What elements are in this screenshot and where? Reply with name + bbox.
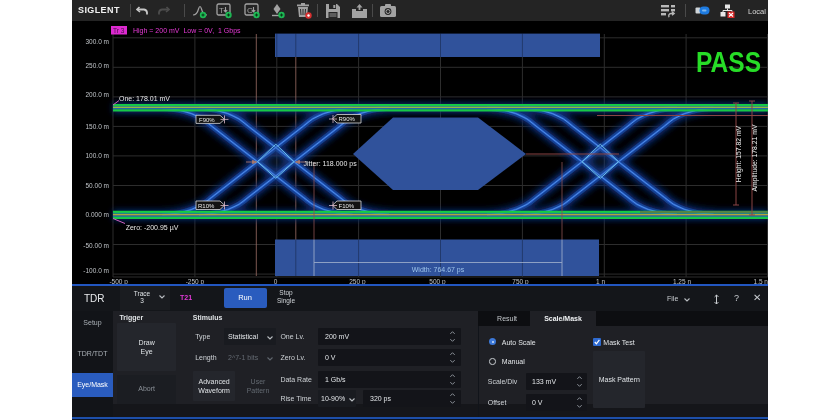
svg-text:R10%: R10% xyxy=(198,203,215,209)
svg-text:Amplitude: 178.21 mV: Amplitude: 178.21 mV xyxy=(751,124,759,191)
svg-text:Tr 3: Tr 3 xyxy=(113,27,125,34)
svg-text:Height: 157.82 mV: Height: 157.82 mV xyxy=(735,125,743,182)
svg-text:100.0 m: 100.0 m xyxy=(86,152,110,159)
svg-text:-100.0 m: -100.0 m xyxy=(83,267,109,274)
svg-text:50.00 m: 50.00 m xyxy=(86,182,110,189)
svg-text:F90%: F90% xyxy=(199,117,215,123)
svg-text:T: T xyxy=(219,6,224,15)
svg-text:High = 200 mV Low = 0V, 1 Gb: High = 200 mV Low = 0V, 1 Gbps xyxy=(133,27,241,35)
svg-text:One: 178.01 mV: One: 178.01 mV xyxy=(119,95,170,102)
svg-text:Width: 764.67 ps: Width: 764.67 ps xyxy=(412,266,465,274)
svg-text:200.0 m: 200.0 m xyxy=(86,91,110,98)
svg-text:0.000 m: 0.000 m xyxy=(86,211,110,218)
svg-text:Zero: -200.95 µV: Zero: -200.95 µV xyxy=(126,224,179,232)
svg-text:PASS: PASS xyxy=(696,46,761,78)
svg-text:-50.00 m: -50.00 m xyxy=(83,242,109,249)
svg-text:R90%: R90% xyxy=(339,116,356,122)
svg-text:F10%: F10% xyxy=(339,203,355,209)
svg-text:150.0 m: 150.0 m xyxy=(86,123,110,130)
svg-text:Jitter: 118.000 ps: Jitter: 118.000 ps xyxy=(304,160,358,168)
svg-text:250.0 m: 250.0 m xyxy=(86,62,110,69)
svg-text:300.0 m: 300.0 m xyxy=(86,38,110,45)
